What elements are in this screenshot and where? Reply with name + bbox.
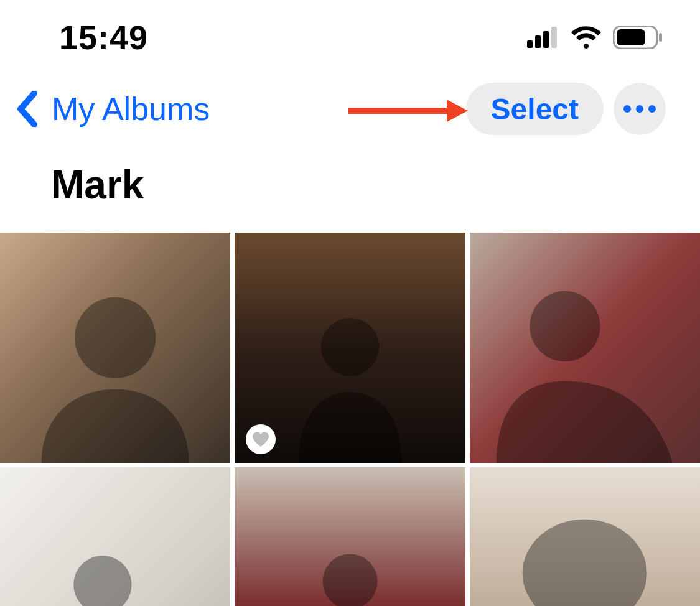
svg-point-9 (75, 297, 156, 378)
select-button-label: Select (491, 92, 579, 126)
photo-grid (0, 233, 700, 606)
svg-point-12 (73, 556, 131, 606)
svg-rect-6 (659, 33, 662, 42)
heart-icon (253, 432, 269, 447)
photo-thumbnail[interactable] (470, 467, 700, 606)
svg-marker-8 (447, 100, 468, 122)
photo-thumbnail[interactable] (235, 467, 465, 606)
photo-thumbnail[interactable] (0, 467, 230, 606)
album-title: Mark (0, 143, 700, 233)
status-indicators (527, 26, 663, 49)
status-time: 15:49 (59, 18, 148, 57)
back-button[interactable]: My Albums (16, 90, 210, 128)
wifi-icon (571, 26, 602, 49)
ellipsis-icon (623, 105, 656, 113)
svg-rect-5 (617, 29, 645, 45)
svg-point-10 (321, 318, 379, 376)
annotation-arrow (348, 98, 468, 123)
status-bar: 15:49 (0, 0, 700, 75)
svg-rect-3 (551, 27, 557, 48)
nav-bar: My Albums Select (0, 75, 700, 143)
cellular-signal-icon (527, 27, 559, 48)
more-button[interactable] (614, 83, 666, 135)
svg-point-14 (523, 520, 647, 606)
svg-rect-2 (543, 31, 549, 48)
battery-icon (613, 26, 663, 49)
photo-thumbnail[interactable] (235, 233, 465, 463)
back-label: My Albums (52, 90, 210, 128)
select-button[interactable]: Select (466, 83, 604, 135)
svg-point-11 (530, 291, 600, 361)
svg-rect-0 (527, 40, 533, 48)
photo-thumbnail[interactable] (470, 233, 700, 463)
photo-thumbnail[interactable] (0, 233, 230, 463)
svg-point-13 (322, 554, 377, 606)
svg-rect-1 (535, 35, 541, 48)
chevron-left-icon (16, 91, 38, 127)
